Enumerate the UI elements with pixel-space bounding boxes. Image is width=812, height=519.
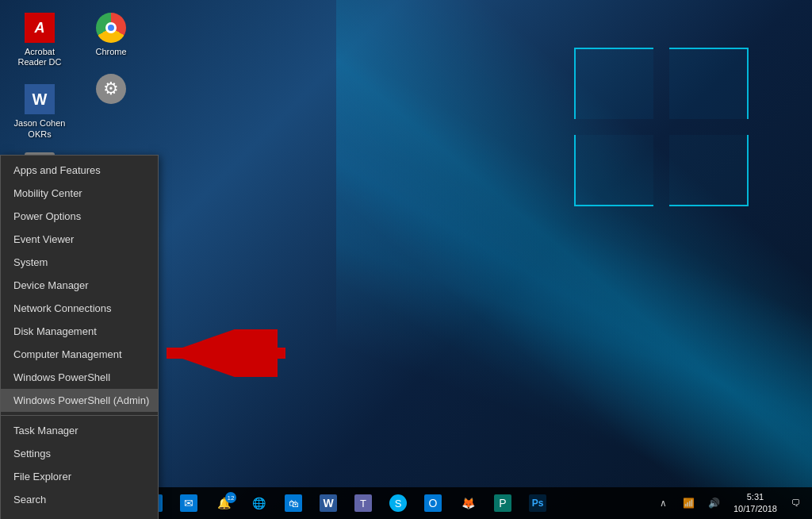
desktop-icon-settings-gear[interactable]: ⚙ bbox=[79, 69, 143, 112]
taskbar-publisher[interactable]: P bbox=[485, 487, 520, 519]
tray-volume[interactable]: 🔊 bbox=[702, 487, 727, 519]
annotation-arrow bbox=[159, 329, 293, 380]
teams-icon: T bbox=[354, 494, 372, 512]
desktop-icon-jason-cohen[interactable]: W Jason Cohen OKRs bbox=[8, 79, 71, 143]
taskbar-skype[interactable]: S bbox=[381, 487, 416, 519]
acrobat-icon: A bbox=[24, 12, 56, 44]
context-menu-computer-management[interactable]: Computer Management bbox=[1, 343, 158, 366]
taskbar-store[interactable]: 🛍 bbox=[276, 487, 311, 519]
tray-up-arrow[interactable]: ∧ bbox=[651, 487, 676, 519]
taskbar-notifications[interactable]: 🔔 12 bbox=[206, 487, 241, 519]
word-doc-icon: W bbox=[24, 83, 56, 115]
context-menu-network-connections[interactable]: Network Connections bbox=[1, 297, 158, 320]
acrobat-label: Acrobat Reader DC bbox=[12, 47, 67, 67]
mail-icon: ✉ bbox=[180, 494, 197, 512]
firefox-icon: 🦊 bbox=[459, 494, 477, 512]
context-menu: Apps and Features Mobility Center Power … bbox=[0, 155, 159, 519]
notification-badge: 12 bbox=[225, 492, 236, 503]
context-menu-device-manager[interactable]: Device Manager bbox=[1, 274, 158, 297]
taskbar-word[interactable]: W bbox=[311, 487, 346, 519]
photoshop-icon: Ps bbox=[529, 494, 546, 512]
context-menu-separator-1 bbox=[1, 415, 158, 416]
taskbar-teams[interactable]: T bbox=[346, 487, 381, 519]
tray-clock[interactable]: 5:31 10/17/2018 bbox=[727, 487, 783, 519]
context-menu-event-viewer[interactable]: Event Viewer bbox=[1, 228, 158, 251]
context-menu-task-manager[interactable]: Task Manager bbox=[1, 419, 158, 442]
desktop-icon-chrome[interactable]: Chrome bbox=[79, 8, 143, 61]
chrome-taskbar-icon: 🌐 bbox=[250, 494, 267, 512]
skype-icon: S bbox=[389, 494, 407, 512]
taskbar-mail[interactable]: ✉ bbox=[171, 487, 206, 519]
context-menu-power-options[interactable]: Power Options bbox=[1, 205, 158, 228]
context-menu-mobility-center[interactable]: Mobility Center bbox=[1, 182, 158, 205]
context-menu-search[interactable]: Search bbox=[1, 488, 158, 511]
publisher-icon: P bbox=[494, 494, 511, 512]
jason-cohen-label: Jason Cohen OKRs bbox=[12, 118, 67, 139]
context-menu-system[interactable]: System bbox=[1, 251, 158, 274]
chrome-label: Chrome bbox=[95, 47, 126, 57]
tray-network[interactable]: 📶 bbox=[676, 487, 702, 519]
notification-center-button[interactable]: 🗨 bbox=[783, 487, 809, 519]
taskbar-chrome[interactable]: 🌐 bbox=[241, 487, 276, 519]
desktop: A Acrobat Reader DC W Jason Cohen OKRs h… bbox=[0, 0, 812, 519]
taskbar-outlook[interactable]: O bbox=[416, 487, 450, 519]
windows-logo-reflection bbox=[574, 48, 749, 206]
word-taskbar-icon: W bbox=[320, 494, 337, 512]
context-menu-settings[interactable]: Settings bbox=[1, 442, 158, 465]
taskbar-photoshop[interactable]: Ps bbox=[520, 487, 555, 519]
gear-settings-icon: ⚙ bbox=[95, 73, 127, 105]
store-icon: 🛍 bbox=[285, 494, 302, 512]
desktop-icon-acrobat[interactable]: A Acrobat Reader DC bbox=[8, 8, 71, 71]
taskbar-pinned-apps: 📁 e ✉ 🔔 12 🌐 🛍 W T bbox=[102, 487, 651, 519]
chrome-desktop-icon bbox=[95, 12, 127, 44]
outlook-icon: O bbox=[424, 494, 442, 512]
context-menu-windows-powershell-admin[interactable]: Windows PowerShell (Admin) bbox=[1, 389, 158, 412]
context-menu-windows-powershell[interactable]: Windows PowerShell bbox=[1, 366, 158, 389]
context-menu-apps-features[interactable]: Apps and Features bbox=[1, 159, 158, 182]
taskbar-firefox[interactable]: 🦊 bbox=[450, 487, 485, 519]
system-tray: ∧ 📶 🔊 5:31 10/17/2018 🗨 bbox=[651, 487, 812, 519]
context-menu-file-explorer[interactable]: File Explorer bbox=[1, 465, 158, 488]
context-menu-disk-management[interactable]: Disk Management bbox=[1, 320, 158, 343]
context-menu-run[interactable]: Run bbox=[1, 511, 158, 519]
